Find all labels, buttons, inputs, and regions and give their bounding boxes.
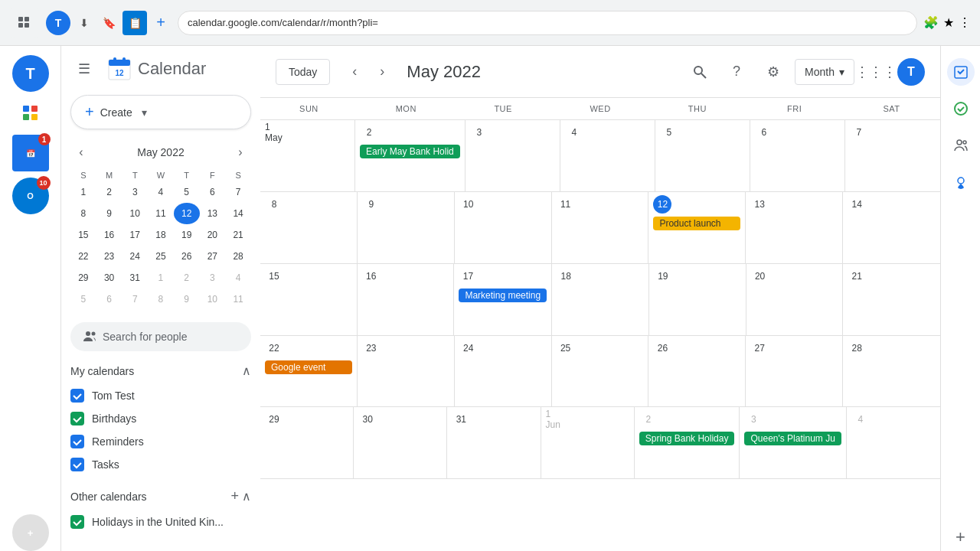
cal-date-number[interactable]: 17 xyxy=(459,267,477,285)
mini-cal-date[interactable]: 22 xyxy=(70,246,96,267)
cal-cell[interactable]: 20 xyxy=(746,264,844,335)
cal-date-number[interactable]: 6 xyxy=(755,123,773,142)
cal-date-number[interactable]: 26 xyxy=(653,339,671,357)
mini-cal-date[interactable]: 6 xyxy=(96,289,122,310)
bookmark-icon[interactable]: ★ xyxy=(943,15,954,30)
mini-cal-date[interactable]: 3 xyxy=(122,181,148,203)
event-chip[interactable]: Queen's Platinum Ju xyxy=(744,432,841,445)
cal-date-number[interactable]: 29 xyxy=(265,410,283,429)
cal-cell[interactable]: 28 xyxy=(843,336,940,407)
cal-date-number[interactable]: 14 xyxy=(848,195,866,214)
settings-icon[interactable]: ⋮ xyxy=(959,15,971,30)
event-chip[interactable]: Google event xyxy=(265,360,352,374)
mini-cal-date[interactable]: 31 xyxy=(122,267,148,289)
cal-cell[interactable]: 1 May xyxy=(260,120,355,191)
mini-cal-date[interactable]: 17 xyxy=(122,224,148,246)
cal-cell[interactable]: 1 Jun xyxy=(541,407,635,478)
today-button[interactable]: Today xyxy=(276,59,330,85)
cal-cell[interactable]: 2Early May Bank Holid xyxy=(355,120,466,191)
mini-cal-date[interactable]: 14 xyxy=(225,203,251,224)
cal-date-number[interactable]: 5 xyxy=(660,123,678,142)
create-button[interactable]: + Create ▾ xyxy=(70,95,251,129)
cal-cell[interactable]: 12Product launch xyxy=(648,192,746,263)
cal-cell[interactable]: 3 xyxy=(466,120,560,191)
cal-date-number[interactable]: 19 xyxy=(654,267,672,285)
mini-cal-date[interactable]: 8 xyxy=(70,203,96,224)
tab-teams[interactable]: 📋 xyxy=(122,11,147,35)
cal-date-number[interactable]: 7 xyxy=(850,123,868,142)
cal-date-number[interactable]: 2 xyxy=(639,410,658,429)
mini-cal-date[interactable]: 5 xyxy=(70,289,96,310)
cal-date-number[interactable]: 27 xyxy=(750,339,769,357)
mini-cal-date[interactable]: 11 xyxy=(148,203,174,224)
cal-date-number[interactable]: 1 Jun xyxy=(546,410,564,429)
cal-date-number[interactable]: 16 xyxy=(362,267,381,285)
mini-cal-date[interactable]: 9 xyxy=(96,203,122,224)
cal-date-number[interactable]: 8 xyxy=(265,195,283,214)
mini-cal-date[interactable]: 28 xyxy=(225,246,251,267)
mini-cal-date[interactable]: 2 xyxy=(96,181,122,203)
other-calendars-toggle[interactable]: ∧ xyxy=(242,489,251,504)
cal-cell[interactable]: 4 xyxy=(847,407,940,478)
tab-calendar[interactable]: T xyxy=(46,11,70,35)
my-calendars-toggle[interactable]: ∧ xyxy=(242,364,251,378)
cal-date-number[interactable]: 18 xyxy=(557,267,575,285)
right-panel-icon-1[interactable] xyxy=(947,58,975,86)
download-icon[interactable]: ⬇ xyxy=(74,12,95,34)
cal-cell[interactable]: 10 xyxy=(455,192,552,263)
cal-cell[interactable]: 2Spring Bank Holiday xyxy=(635,407,740,478)
cal-cell[interactable]: 5 xyxy=(655,120,750,191)
mini-cal-date[interactable]: 30 xyxy=(96,267,122,289)
cal-date-number[interactable]: 3 xyxy=(470,123,488,142)
cal-date-number[interactable]: 22 xyxy=(265,339,283,357)
apps-icon[interactable] xyxy=(9,8,40,38)
my-calendar-item[interactable]: Tom Test xyxy=(70,384,251,407)
mini-cal-date[interactable]: 13 xyxy=(200,203,226,224)
mini-cal-date[interactable]: 20 xyxy=(200,224,226,246)
rail-add-icon[interactable]: + xyxy=(12,514,49,551)
cal-cell[interactable]: 18 xyxy=(552,264,649,335)
right-panel-icon-2[interactable] xyxy=(947,95,975,122)
other-calendars-header[interactable]: Other calendars + ∧ xyxy=(70,488,251,504)
mini-cal-date[interactable]: 25 xyxy=(148,246,174,267)
search-people[interactable]: Search for people xyxy=(70,322,251,351)
right-panel-icon-4[interactable] xyxy=(947,168,975,196)
cal-cell[interactable]: 21 xyxy=(843,264,940,335)
next-month-button[interactable]: › xyxy=(370,60,394,84)
cal-cell[interactable]: 25 xyxy=(552,336,649,407)
cal-cell[interactable]: 7 xyxy=(845,120,940,191)
add-other-calendar-icon[interactable]: + xyxy=(230,488,239,504)
calendar-checkbox[interactable] xyxy=(70,389,84,403)
mini-cal-date[interactable]: 7 xyxy=(225,181,251,203)
prev-month-button[interactable]: ‹ xyxy=(342,60,367,84)
cal-cell[interactable]: 30 xyxy=(354,407,447,478)
rail-grid-icon[interactable] xyxy=(15,98,46,129)
view-selector[interactable]: Month ▾ xyxy=(795,59,854,85)
cal-cell[interactable]: 9 xyxy=(358,192,455,263)
cal-cell[interactable]: 3Queen's Platinum Ju xyxy=(740,407,846,478)
cal-cell[interactable]: 23 xyxy=(358,336,455,407)
rail-outlook-icon[interactable]: O 10 xyxy=(12,178,49,214)
cal-cell[interactable]: 27 xyxy=(746,336,843,407)
cal-cell[interactable]: 22Google event xyxy=(260,336,358,407)
cal-date-number[interactable]: 4 xyxy=(565,123,583,142)
help-button[interactable]: ? xyxy=(721,57,752,87)
mini-cal-date[interactable]: 5 xyxy=(174,181,200,203)
cal-date-number[interactable]: 21 xyxy=(848,267,866,285)
mini-cal-date[interactable]: 16 xyxy=(96,224,122,246)
rail-google-icon[interactable]: T xyxy=(12,55,49,92)
extensions-icon[interactable]: 🧩 xyxy=(923,15,939,30)
mini-cal-date[interactable]: 3 xyxy=(200,267,226,289)
cal-date-number[interactable]: 13 xyxy=(750,195,769,214)
cal-cell[interactable]: 17Marketing meeting xyxy=(454,264,552,335)
save-icon[interactable]: 🔖 xyxy=(98,12,119,34)
mini-cal-date[interactable]: 1 xyxy=(70,181,96,203)
my-calendars-header[interactable]: My calendars ∧ xyxy=(70,364,251,378)
cal-date-number[interactable]: 31 xyxy=(452,410,470,429)
cal-date-number[interactable]: 30 xyxy=(358,410,377,429)
cal-cell[interactable]: 26 xyxy=(648,336,746,407)
cal-cell[interactable]: 16 xyxy=(358,264,455,335)
mini-cal-date[interactable]: 2 xyxy=(174,267,200,289)
mini-cal-date[interactable]: 1 xyxy=(148,267,174,289)
my-calendar-item[interactable]: Reminders xyxy=(70,430,251,453)
